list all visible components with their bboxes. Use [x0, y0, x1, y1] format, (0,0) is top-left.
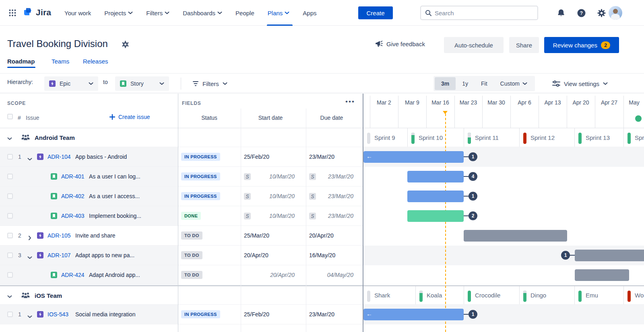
due-date[interactable]: 23/Mar/20	[309, 154, 334, 160]
release-marker-icon[interactable]	[635, 115, 642, 122]
settings-icon[interactable]	[597, 9, 606, 19]
chevron-down-icon[interactable]	[27, 254, 32, 261]
user-avatar[interactable]	[609, 6, 622, 20]
nav-item-people[interactable]: People	[235, 0, 254, 26]
nav-item-projects[interactable]: Projects	[104, 0, 133, 26]
status-badge[interactable]: DONE	[181, 212, 201, 220]
chevron-down-icon[interactable]	[7, 293, 12, 300]
share-button[interactable]: Share	[509, 37, 539, 53]
row-checkbox[interactable]	[7, 272, 13, 278]
help-icon[interactable]: ?	[577, 9, 586, 19]
row-checkbox[interactable]	[7, 213, 13, 219]
start-date[interactable]: 10/Mar/20	[241, 213, 295, 219]
dependency-badge[interactable]: 1	[469, 192, 477, 201]
zoom-custom-button[interactable]: Custom	[494, 77, 534, 90]
due-date[interactable]: 23/Mar/20	[306, 173, 353, 180]
issue-key[interactable]: ADR-107	[47, 252, 71, 258]
status-badge[interactable]: IN PROGRESS	[181, 310, 220, 318]
row-checkbox[interactable]	[7, 252, 13, 258]
nav-item-dashboards[interactable]: Dashboards	[183, 0, 222, 26]
status-badge[interactable]: IN PROGRESS	[181, 192, 220, 200]
view-settings-dropdown[interactable]: View settings	[552, 76, 608, 91]
status-badge[interactable]: IN PROGRESS	[181, 153, 220, 161]
hierarchy-to-dropdown[interactable]: Story	[115, 76, 169, 91]
start-date[interactable]: 10/Mar/20	[241, 173, 295, 180]
filters-dropdown[interactable]: Filters	[192, 76, 227, 91]
due-date[interactable]: 23/Mar/20	[309, 311, 334, 318]
chevron-down-icon[interactable]	[27, 155, 32, 162]
sprint-cell[interactable]: Spr	[623, 128, 644, 147]
gantt-bar-adr-424[interactable]	[575, 269, 629, 281]
sprint-cell[interactable]: Dingo	[519, 286, 574, 304]
create-issue-button[interactable]: Create issue	[109, 114, 150, 120]
sprint-cell[interactable]: Shark	[363, 286, 415, 304]
sprint-cell[interactable]: Sprint 13	[574, 128, 623, 147]
create-button[interactable]: Create	[358, 6, 393, 19]
review-changes-button[interactable]: Review changes 2	[544, 37, 619, 53]
start-date[interactable]: 20/Apr/20	[244, 252, 268, 258]
tab-teams[interactable]: Teams	[52, 58, 69, 65]
dependency-badge[interactable]: 1	[561, 251, 570, 260]
search-box[interactable]	[420, 6, 538, 20]
due-date[interactable]: 23/Mar/20	[306, 193, 353, 199]
select-all-checkbox[interactable]	[7, 114, 13, 119]
start-date[interactable]: 25/Feb/20	[244, 311, 269, 318]
status-badge[interactable]: IN PROGRESS	[181, 172, 220, 180]
zoom-1y-button[interactable]: 1y	[456, 77, 475, 90]
sprint-cell[interactable]: Emu	[574, 286, 623, 304]
start-date[interactable]: 20/Apr/20	[241, 272, 295, 278]
issue-key[interactable]: ADR-401	[61, 173, 85, 180]
row-checkbox[interactable]	[7, 154, 13, 160]
sprint-cell[interactable]: Sprint 12	[519, 128, 574, 147]
dependency-badge[interactable]: 2	[469, 211, 477, 220]
sprint-cell[interactable]: Sprint 11	[464, 128, 519, 147]
gantt-bar-adr-104[interactable]: ←	[363, 151, 464, 163]
sprint-cell[interactable]: Sprint 9	[363, 128, 407, 147]
give-feedback-button[interactable]: Give feedback	[375, 40, 425, 47]
due-date[interactable]: 20/Apr/20	[309, 232, 334, 239]
plan-settings-gear-icon[interactable]	[122, 41, 129, 48]
jira-logo[interactable]: Jira	[23, 7, 51, 18]
nav-item-filters[interactable]: Filters	[146, 0, 169, 26]
notifications-icon[interactable]	[557, 9, 565, 18]
issue-key[interactable]: IOS-543	[47, 311, 68, 318]
start-date[interactable]: 25/Mar/20	[244, 232, 269, 239]
row-checkbox[interactable]	[7, 193, 13, 199]
issue-key[interactable]: ADR-424	[61, 272, 85, 278]
nav-item-plans[interactable]: Plans	[268, 0, 290, 26]
auto-schedule-button[interactable]: Auto-schedule	[444, 37, 504, 53]
gantt-bar-adr-401[interactable]	[407, 171, 464, 182]
gantt-bar-adr-403[interactable]	[407, 210, 464, 222]
dependency-badge[interactable]: 1	[469, 310, 477, 319]
issue-key[interactable]: ADR-403	[61, 213, 85, 219]
sprint-cell[interactable]: Sprint 10	[407, 128, 464, 147]
scope-fields-divider[interactable]	[178, 94, 178, 332]
chevron-down-icon[interactable]	[7, 135, 12, 142]
status-badge[interactable]: TO DO	[181, 251, 202, 259]
tab-releases[interactable]: Releases	[83, 58, 108, 65]
gantt-bar-adr-107[interactable]	[575, 250, 644, 261]
zoom-3m-button[interactable]: 3m	[435, 77, 456, 90]
issue-key[interactable]: ADR-105	[47, 232, 71, 239]
nav-item-apps[interactable]: Apps	[303, 0, 316, 26]
hierarchy-from-dropdown[interactable]: Epic	[44, 76, 98, 91]
sprint-cell[interactable]: Koala	[415, 286, 464, 304]
tab-roadmap[interactable]: Roadmap	[7, 58, 35, 65]
due-date[interactable]: 04/May/20	[306, 272, 353, 278]
search-input[interactable]	[435, 10, 523, 16]
issue-key[interactable]: ADR-402	[61, 193, 85, 199]
nav-item-your-work[interactable]: Your work	[64, 0, 91, 26]
app-switcher-icon[interactable]	[9, 9, 16, 16]
gantt-bar-adr-402[interactable]	[407, 191, 464, 202]
zoom-fit-button[interactable]: Fit	[475, 77, 494, 90]
dependency-badge[interactable]: 1	[469, 152, 477, 161]
row-checkbox[interactable]	[7, 312, 13, 317]
gantt-bar-adr-105[interactable]	[464, 230, 567, 242]
dependency-badge[interactable]: 4	[469, 172, 477, 181]
gantt-bar-ios-543[interactable]: ←	[363, 309, 464, 320]
start-date[interactable]: 25/Feb/20	[244, 154, 269, 160]
row-checkbox[interactable]	[7, 174, 13, 179]
sprint-cell[interactable]: Crocodile	[464, 286, 519, 304]
due-date[interactable]: 16/May/20	[309, 252, 335, 258]
start-date[interactable]: 10/Mar/20	[241, 193, 295, 199]
